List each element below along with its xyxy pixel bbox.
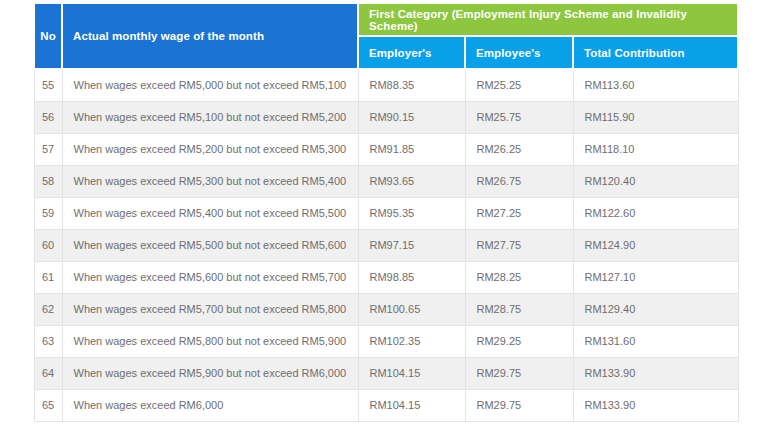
total-contribution-cell: RM118.10 <box>573 133 738 165</box>
table-header: No Actual monthly wage of the month Firs… <box>34 3 738 69</box>
wage-range-cell: When wages exceed RM5,000 but not exceed… <box>62 69 358 101</box>
employee-contribution-cell: RM29.25 <box>465 325 573 357</box>
wage-range-cell: When wages exceed RM5,100 but not exceed… <box>62 101 358 133</box>
column-header-wage: Actual monthly wage of the month <box>62 3 358 69</box>
employee-contribution-cell: RM25.75 <box>465 101 573 133</box>
employee-contribution-cell: RM27.75 <box>465 229 573 261</box>
total-contribution-cell: RM127.10 <box>573 261 738 293</box>
employer-contribution-cell: RM104.15 <box>358 389 465 421</box>
total-contribution-cell: RM133.90 <box>573 357 738 389</box>
column-header-no: No <box>34 3 62 69</box>
row-number-cell: 57 <box>34 133 62 165</box>
wage-range-cell: When wages exceed RM5,300 but not exceed… <box>62 165 358 197</box>
column-header-employer: Employer's <box>358 36 465 69</box>
table-row: 57 When wages exceed RM5,200 but not exc… <box>34 133 738 165</box>
contribution-rate-table: No Actual monthly wage of the month Firs… <box>33 2 739 422</box>
employee-contribution-cell: RM28.75 <box>465 293 573 325</box>
employee-contribution-cell: RM27.25 <box>465 197 573 229</box>
column-header-category: First Category (Employment Injury Scheme… <box>358 3 738 36</box>
total-contribution-cell: RM122.60 <box>573 197 738 229</box>
table-row: 65 When wages exceed RM6,000 RM104.15 RM… <box>34 389 738 421</box>
table-row: 55 When wages exceed RM5,000 but not exc… <box>34 69 738 101</box>
wage-range-cell: When wages exceed RM5,500 but not exceed… <box>62 229 358 261</box>
employer-contribution-cell: RM100.65 <box>358 293 465 325</box>
employer-contribution-cell: RM102.35 <box>358 325 465 357</box>
total-contribution-cell: RM133.90 <box>573 389 738 421</box>
row-number-cell: 60 <box>34 229 62 261</box>
contribution-table-container: No Actual monthly wage of the month Firs… <box>33 2 737 422</box>
table-row: 62 When wages exceed RM5,700 but not exc… <box>34 293 738 325</box>
row-number-cell: 64 <box>34 357 62 389</box>
employee-contribution-cell: RM28.25 <box>465 261 573 293</box>
wage-range-cell: When wages exceed RM5,200 but not exceed… <box>62 133 358 165</box>
table-row: 56 When wages exceed RM5,100 but not exc… <box>34 101 738 133</box>
row-number-cell: 58 <box>34 165 62 197</box>
employer-contribution-cell: RM95.35 <box>358 197 465 229</box>
column-header-total: Total Contribution <box>573 36 738 69</box>
row-number-cell: 62 <box>34 293 62 325</box>
table-row: 60 When wages exceed RM5,500 but not exc… <box>34 229 738 261</box>
employer-contribution-cell: RM98.85 <box>358 261 465 293</box>
total-contribution-cell: RM120.40 <box>573 165 738 197</box>
total-contribution-cell: RM115.90 <box>573 101 738 133</box>
total-contribution-cell: RM131.60 <box>573 325 738 357</box>
employer-contribution-cell: RM88.35 <box>358 69 465 101</box>
employee-contribution-cell: RM26.25 <box>465 133 573 165</box>
row-number-cell: 63 <box>34 325 62 357</box>
employee-contribution-cell: RM29.75 <box>465 389 573 421</box>
column-header-employee: Employee's <box>465 36 573 69</box>
row-number-cell: 56 <box>34 101 62 133</box>
wage-range-cell: When wages exceed RM5,600 but not exceed… <box>62 261 358 293</box>
row-number-cell: 59 <box>34 197 62 229</box>
employer-contribution-cell: RM93.65 <box>358 165 465 197</box>
employer-contribution-cell: RM104.15 <box>358 357 465 389</box>
employee-contribution-cell: RM29.75 <box>465 357 573 389</box>
total-contribution-cell: RM124.90 <box>573 229 738 261</box>
wage-range-cell: When wages exceed RM5,400 but not exceed… <box>62 197 358 229</box>
table-row: 61 When wages exceed RM5,600 but not exc… <box>34 261 738 293</box>
total-contribution-cell: RM129.40 <box>573 293 738 325</box>
wage-range-cell: When wages exceed RM5,900 but not exceed… <box>62 357 358 389</box>
wage-range-cell: When wages exceed RM6,000 <box>62 389 358 421</box>
wage-range-cell: When wages exceed RM5,800 but not exceed… <box>62 325 358 357</box>
table-row: 63 When wages exceed RM5,800 but not exc… <box>34 325 738 357</box>
table-row: 58 When wages exceed RM5,300 but not exc… <box>34 165 738 197</box>
employer-contribution-cell: RM97.15 <box>358 229 465 261</box>
employer-contribution-cell: RM90.15 <box>358 101 465 133</box>
header-row-category: No Actual monthly wage of the month Firs… <box>34 3 738 36</box>
table-row: 64 When wages exceed RM5,900 but not exc… <box>34 357 738 389</box>
row-number-cell: 55 <box>34 69 62 101</box>
row-number-cell: 61 <box>34 261 62 293</box>
employer-contribution-cell: RM91.85 <box>358 133 465 165</box>
employee-contribution-cell: RM25.25 <box>465 69 573 101</box>
row-number-cell: 65 <box>34 389 62 421</box>
table-body: 55 When wages exceed RM5,000 but not exc… <box>34 69 738 421</box>
total-contribution-cell: RM113.60 <box>573 69 738 101</box>
wage-range-cell: When wages exceed RM5,700 but not exceed… <box>62 293 358 325</box>
table-row: 59 When wages exceed RM5,400 but not exc… <box>34 197 738 229</box>
employee-contribution-cell: RM26.75 <box>465 165 573 197</box>
